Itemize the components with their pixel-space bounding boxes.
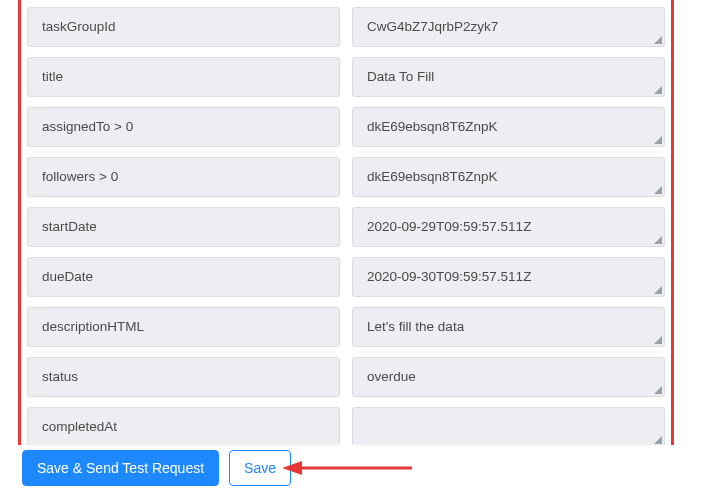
field-row: followers > 0 dkE69ebsqn8T6ZnpK [27, 157, 665, 197]
field-value[interactable]: Let's fill the data [352, 307, 665, 347]
field-row: taskGroupId CwG4bZ7JqrbP2zyk7 [27, 7, 665, 47]
field-value[interactable] [352, 407, 665, 445]
annotation-arrow-icon [282, 458, 412, 478]
field-key[interactable]: dueDate [27, 257, 340, 297]
field-value[interactable]: CwG4bZ7JqrbP2zyk7 [352, 7, 665, 47]
fields-highlight-box: taskGroupId CwG4bZ7JqrbP2zyk7 title Data… [18, 0, 674, 445]
field-row: descriptionHTML Let's fill the data [27, 307, 665, 347]
field-key[interactable]: taskGroupId [27, 7, 340, 47]
field-key[interactable]: completedAt [27, 407, 340, 445]
form-scroll-area[interactable]: taskGroupId CwG4bZ7JqrbP2zyk7 title Data… [0, 0, 704, 445]
field-value[interactable]: 2020-09-30T09:59:57.511Z [352, 257, 665, 297]
field-key[interactable]: startDate [27, 207, 340, 247]
field-key[interactable]: assignedTo > 0 [27, 107, 340, 147]
field-key[interactable]: followers > 0 [27, 157, 340, 197]
field-row: completedAt [27, 407, 665, 445]
field-row: title Data To Fill [27, 57, 665, 97]
field-row: assignedTo > 0 dkE69ebsqn8T6ZnpK [27, 107, 665, 147]
field-value[interactable]: overdue [352, 357, 665, 397]
field-key[interactable]: status [27, 357, 340, 397]
field-value[interactable]: Data To Fill [352, 57, 665, 97]
field-key[interactable]: title [27, 57, 340, 97]
field-key[interactable]: descriptionHTML [27, 307, 340, 347]
field-row: startDate 2020-09-29T09:59:57.511Z [27, 207, 665, 247]
field-row: status overdue [27, 357, 665, 397]
save-send-test-button[interactable]: Save & Send Test Request [22, 450, 219, 486]
field-row: dueDate 2020-09-30T09:59:57.511Z [27, 257, 665, 297]
save-button[interactable]: Save [229, 450, 291, 486]
field-value[interactable]: dkE69ebsqn8T6ZnpK [352, 157, 665, 197]
field-value[interactable]: 2020-09-29T09:59:57.511Z [352, 207, 665, 247]
footer-actions: Save & Send Test Request Save [22, 450, 291, 486]
field-value[interactable]: dkE69ebsqn8T6ZnpK [352, 107, 665, 147]
